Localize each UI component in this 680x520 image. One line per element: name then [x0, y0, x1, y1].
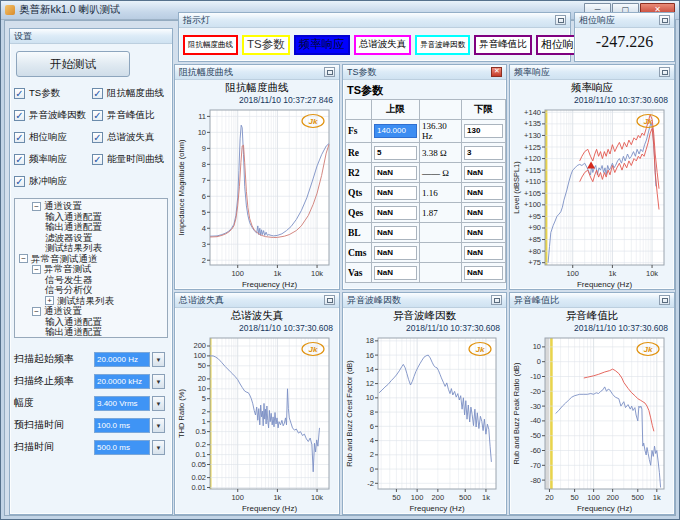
test-checkbox[interactable]: ✓TS参数 — [14, 87, 92, 100]
indicator-panel-header: 指示灯 — [179, 13, 570, 28]
ts-lower-input[interactable]: 130 — [464, 124, 503, 138]
tree-item[interactable]: 信号分析仪 — [15, 285, 167, 296]
ts-upper-input[interactable]: 5 — [374, 146, 417, 160]
dropdown-arrow-button[interactable]: ▼ — [152, 374, 165, 389]
checkbox-check-icon[interactable]: ✓ — [14, 88, 25, 99]
collapse-icon[interactable]: − — [32, 307, 41, 316]
field-value-input[interactable]: 3.400 Vrms — [94, 396, 150, 411]
ts-upper-input[interactable]: NaN — [374, 166, 417, 180]
svg-text:2: 2 — [370, 450, 374, 459]
svg-text:8: 8 — [370, 408, 374, 417]
dropdown-arrow-button[interactable]: ▼ — [152, 352, 165, 367]
expand-icon[interactable] — [324, 295, 335, 305]
chart-date: 2018/11/10 10:37:30.608 — [343, 323, 506, 333]
test-checkbox[interactable]: ✓异音峰值比 — [92, 109, 172, 122]
svg-text:18: 18 — [366, 336, 374, 345]
ts-upper-input[interactable]: 140.000 — [374, 124, 417, 138]
checkbox-check-icon[interactable]: ✓ — [14, 176, 25, 187]
test-checkbox[interactable]: ✓频率响应 — [14, 153, 92, 166]
chart-date: 2018/11/10 10:37:30.608 — [175, 323, 339, 333]
tree-item[interactable]: 输出通道配置 — [15, 327, 167, 338]
field-label: 幅度 — [14, 396, 94, 410]
collapse-icon[interactable]: − — [19, 254, 28, 263]
svg-text:+130: +130 — [524, 131, 541, 140]
checkbox-check-icon[interactable]: ✓ — [14, 110, 25, 121]
svg-text:4: 4 — [370, 436, 374, 445]
svg-text:-10: -10 — [530, 372, 541, 381]
svg-text:20: 20 — [198, 374, 206, 383]
indicator-lights: 阻抗幅度曲线TS参数频率响应总谐波失真异音波峰因数异音峰值比相位响应 — [179, 28, 570, 61]
expand-icon[interactable] — [659, 295, 670, 305]
field-row: 扫描时间500.0 ms▼ — [14, 436, 172, 458]
checkbox-check-icon[interactable]: ✓ — [92, 88, 103, 99]
field-value-input[interactable]: 100.0 ms — [94, 418, 150, 433]
svg-text:0: 0 — [370, 465, 374, 474]
ts-upper-input[interactable]: NaN — [374, 206, 417, 220]
start-test-button[interactable]: 开始测试 — [16, 51, 130, 77]
svg-text:Frequency (Hz): Frequency (Hz) — [242, 280, 297, 289]
field-value-input[interactable]: 500.0 ms — [94, 440, 150, 455]
svg-text:9: 9 — [202, 144, 206, 153]
expand-icon[interactable] — [659, 67, 670, 77]
tree-item[interactable]: −通道设置 — [15, 306, 167, 317]
ts-lower-input[interactable]: NaN — [464, 266, 503, 280]
test-checkbox[interactable]: ✓阻抗幅度曲线 — [92, 87, 172, 100]
crest-factor-panel: 异音波峰因数 异音波峰因数 2018/11/10 10:37:30.608 50… — [342, 292, 507, 515]
expand-icon[interactable] — [324, 67, 335, 77]
ts-panel-title: TS参数 — [347, 66, 377, 79]
tree-item-label: 信号分析仪 — [45, 285, 93, 296]
svg-text:3: 3 — [202, 240, 206, 249]
dropdown-arrow-button[interactable]: ▼ — [152, 396, 165, 411]
ts-lower-input[interactable]: 3 — [464, 146, 503, 160]
ts-lower-input[interactable]: NaN — [464, 166, 503, 180]
expand-icon[interactable] — [659, 15, 670, 25]
test-checkbox[interactable]: ✓能量时间曲线 — [92, 153, 172, 166]
ts-lower-input[interactable]: NaN — [464, 186, 503, 200]
field-row: 预扫描时间100.0 ms▼ — [14, 414, 172, 436]
collapse-icon[interactable]: − — [32, 265, 41, 274]
field-row: 幅度3.400 Vrms▼ — [14, 392, 172, 414]
tree-item[interactable]: 滤波器设置 — [15, 338, 167, 339]
tree-item[interactable]: −异常音测试 — [15, 264, 167, 275]
ts-upper-input[interactable]: NaN — [374, 246, 417, 260]
ts-measured-value: 3.38 Ω — [420, 143, 462, 163]
checkbox-check-icon[interactable]: ✓ — [92, 154, 103, 165]
tree-item[interactable]: 测试结果列表 — [15, 243, 167, 254]
dropdown-arrow-button[interactable]: ▼ — [152, 440, 165, 455]
field-value-input[interactable]: 20.0000 Hz — [94, 352, 150, 367]
ts-lower-input[interactable]: NaN — [464, 206, 503, 220]
test-checkbox[interactable]: ✓脉冲响应 — [14, 175, 92, 188]
thd-panel-title: 总谐波失真 — [179, 294, 224, 307]
ts-upper-input[interactable]: NaN — [374, 186, 417, 200]
svg-text:-2: -2 — [367, 479, 374, 488]
tree-item[interactable]: +测试结果列表 — [15, 296, 167, 307]
ts-measured-value: —— Ω — [420, 163, 462, 183]
settings-panel-header: 设置 — [10, 29, 172, 44]
collapse-icon[interactable]: − — [32, 202, 41, 211]
dropdown-arrow-button[interactable]: ▼ — [152, 418, 165, 433]
ts-upper-input[interactable]: NaN — [374, 266, 417, 280]
test-checkbox[interactable]: ✓总谐波失真 — [92, 131, 172, 144]
checkbox-check-icon[interactable]: ✓ — [92, 110, 103, 121]
field-value-input[interactable]: 20.0000 kHz — [94, 374, 150, 389]
test-checkbox[interactable]: ✓异音波峰因数 — [14, 109, 92, 122]
close-icon[interactable] — [491, 67, 502, 77]
checkbox-check-icon[interactable]: ✓ — [92, 132, 103, 143]
svg-text:14: 14 — [366, 365, 374, 374]
ts-col-blank — [346, 100, 372, 120]
ts-lower-input[interactable]: NaN — [464, 246, 503, 260]
ts-lower-input[interactable]: NaN — [464, 226, 503, 240]
expand-icon[interactable]: + — [45, 296, 54, 305]
test-checkbox[interactable]: ✓相位响应 — [14, 131, 92, 144]
svg-text:+120: +120 — [524, 154, 541, 163]
checkbox-check-icon[interactable]: ✓ — [14, 154, 25, 165]
expand-icon[interactable] — [491, 295, 502, 305]
svg-text:7: 7 — [202, 176, 206, 185]
ts-upper-input[interactable]: NaN — [374, 226, 417, 240]
checkbox-check-icon[interactable]: ✓ — [14, 132, 25, 143]
tree-item[interactable]: −通道设置 — [15, 201, 167, 212]
chart-title: 总谐波失真 — [175, 309, 339, 323]
expand-icon[interactable] — [555, 15, 566, 25]
tree-item[interactable]: 输出通道配置 — [15, 222, 167, 233]
indicator-light: 异音波峰因数 — [415, 35, 470, 55]
